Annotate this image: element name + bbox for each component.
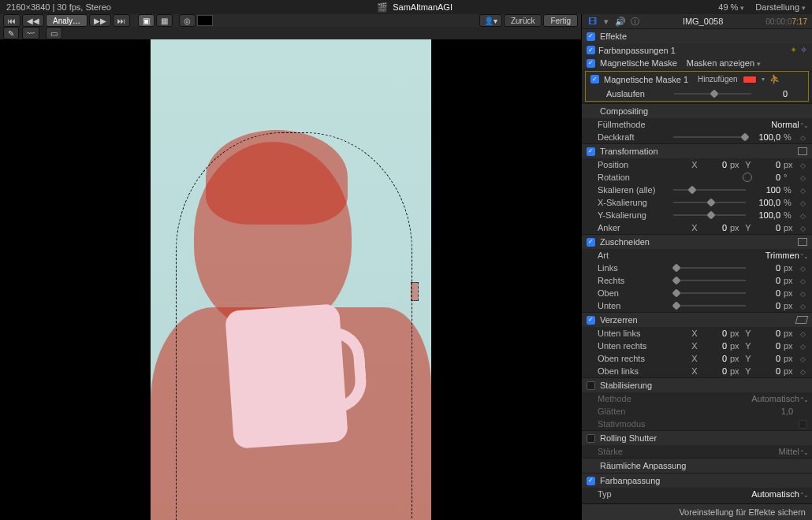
next-frame-button[interactable]: ▶▶ [89,14,111,27]
tripod-checkbox [799,420,807,429]
crop-right-slider[interactable] [673,276,746,285]
clip-format: 2160×3840 | 30 fps, Stereo [6,2,111,12]
analyze-button[interactable]: Analy… [46,14,88,27]
pos-keyframe[interactable] [798,160,807,169]
crop-bottom-slider[interactable] [673,301,746,310]
rolling-checkbox[interactable] [587,434,595,443]
section-spatial: Räumliche Anpassung [582,459,812,473]
coloradj-checkbox[interactable] [587,46,595,54]
inspector-duration: 00:00:07:17 [765,17,807,26]
opacity-keyframe[interactable] [798,132,807,142]
crop-top-slider[interactable] [673,288,746,298]
grid-button[interactable]: ▦ [156,14,173,27]
rot-keyframe[interactable] [798,173,807,182]
video-tab-icon[interactable]: 🎞 [587,16,598,27]
transform-checkbox[interactable] [587,147,595,156]
done-button[interactable]: Fertig [543,14,578,27]
inspector-panel: 🎞 ▾ 🔊 ⓘ IMG_0058 00:00:07:17 Effekte Far… [582,14,812,520]
crop-onscreen-icon[interactable] [798,238,807,246]
crop-checkbox[interactable] [587,238,595,247]
fit-button[interactable]: ▣ [138,14,155,27]
colorconform-type-select[interactable]: Automatisch [751,489,807,499]
mask-fragment [411,282,419,301]
rotation-value[interactable]: 0 [755,173,780,182]
distort-checkbox[interactable] [587,316,595,325]
person-select-button[interactable]: 👤▾ [479,14,502,27]
view-dropdown[interactable]: Darstellung [755,2,806,12]
transform-onscreen-icon[interactable] [798,147,807,155]
overlay-color-swatch[interactable] [197,15,213,26]
inspector-header: 🎞 ▾ 🔊 ⓘ IMG_0058 00:00:07:17 [582,14,812,28]
stabilize-checkbox[interactable] [587,381,595,390]
info-tab-icon[interactable]: ⓘ [629,16,640,27]
section-compositing: Compositing [582,104,812,118]
viewer-info-bar: 2160×3840 | 30 fps, Stereo 🎬 SamAltmanAG… [0,0,812,14]
back-button[interactable]: Zurück [504,14,542,27]
section-distort[interactable]: Verzerren [582,313,812,327]
effects-checkbox[interactable] [587,32,595,41]
mask-marching-ants [176,132,412,520]
section-stabilize[interactable]: Stabilisierung [582,378,812,392]
viewer-canvas[interactable] [0,39,581,520]
feather-slider[interactable] [674,89,751,98]
crop-left-slider[interactable] [673,263,746,273]
pos-x[interactable]: 0 [702,160,727,169]
clip-title: SamAltmanAGI [393,2,453,12]
person-subject-icon[interactable]: ⛹ [769,74,780,84]
mask1-checkbox[interactable] [590,75,599,84]
brush-toolbar: ✎ 〰 ▭ [0,27,581,39]
distort-onscreen-icon[interactable] [795,316,809,324]
mask-entry: Magnetische Maske 1 Hinzufügen ▾ ⛹ Ausla… [585,71,809,102]
mask-icon[interactable]: ✧ [800,45,807,55]
feather-value[interactable]: 0 [756,89,788,98]
mask-add-label: Hinzufügen [698,75,738,84]
audio-tab-icon[interactable]: 🔊 [615,16,626,27]
masks-show-dropdown[interactable]: Masken anzeigen [687,58,761,68]
mask-color-swatch[interactable] [743,76,757,84]
section-colorconform[interactable]: Farbanpassung [582,474,812,488]
magmask-label: Magnetische Maske [600,58,677,68]
scale-all-slider[interactable] [673,185,746,195]
section-rolling[interactable]: Rolling Shutter [582,431,812,445]
brush-tool-button[interactable]: 〰 [22,27,39,39]
section-transform[interactable]: Transformation [582,144,812,158]
rotation-dial-icon[interactable] [743,173,752,182]
opacity-slider[interactable] [673,132,746,142]
skip-back-button[interactable]: ⏮ [3,14,20,27]
mask1-label: Magnetische Maske 1 [604,75,688,84]
inspector-clipname: IMG_0058 [643,17,762,26]
rolling-amount-select: Mittel [778,447,807,456]
scale-y-slider[interactable] [673,210,746,220]
generator-tab-icon[interactable]: ▾ [601,16,612,27]
opacity-value[interactable]: 100,0 [749,132,780,142]
clapper-icon: 🎬 [377,2,388,13]
section-effects[interactable]: Effekte [582,29,812,43]
pos-y[interactable]: 0 [755,160,780,169]
colorconform-checkbox[interactable] [587,477,595,485]
stab-method-select: Automatisch [751,394,807,403]
crop-type-select[interactable]: Trimmen [765,251,807,260]
scale-x-slider[interactable] [673,198,746,207]
prev-frame-button[interactable]: ◀◀ [22,14,44,27]
overlay-toggle-button[interactable]: ▭ [46,27,62,39]
magic-wand-icon[interactable]: ✦ [790,45,797,55]
blend-mode-select[interactable]: Normal [771,120,807,129]
feather-label: Auslaufen [606,89,669,98]
zoom-dropdown[interactable]: 49 % [718,2,744,12]
video-frame [151,39,431,520]
pen-tool-button[interactable]: ✎ [3,27,19,39]
save-preset-button[interactable]: Voreinstellung für Effekte sichern [582,503,812,520]
snapshot-button[interactable]: ◎ [179,14,196,27]
effect-coloradj-label: Farbanpassungen 1 [598,46,676,55]
mask-toolbar: ⏮ ◀◀ Analy… ▶▶ ⏭ ▣ ▦ ◎ 👤▾ Zurück Fertig [0,14,581,27]
section-crop[interactable]: Zuschneiden [582,235,812,249]
skip-fwd-button[interactable]: ⏭ [113,14,130,27]
magmask-checkbox[interactable] [587,59,595,68]
